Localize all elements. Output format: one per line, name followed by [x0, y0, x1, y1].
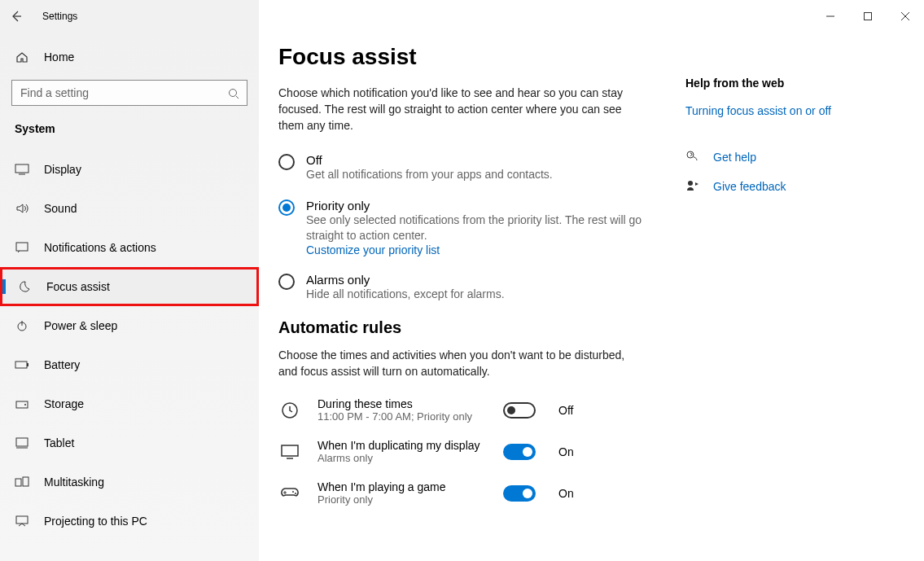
storage-icon: [15, 397, 29, 411]
sidebar-item-focus-assist[interactable]: Focus assist: [0, 267, 259, 306]
radio-sub: Get all notifications from your apps and…: [306, 167, 553, 182]
window-title: Settings: [42, 11, 77, 22]
radio-label: Priority only: [306, 199, 653, 213]
sidebar-section-label: System: [0, 114, 259, 150]
close-button[interactable]: [887, 0, 924, 33]
radio-label: Alarms only: [306, 273, 505, 287]
sidebar-item-label: Focus assist: [46, 280, 110, 293]
toggle-state: On: [558, 487, 574, 500]
help-pane: Help from the web Turning focus assist o…: [685, 44, 889, 561]
radio-icon: [278, 274, 295, 290]
rule-sub: Priority only: [317, 493, 487, 506]
svg-rect-2: [15, 164, 28, 173]
sidebar-item-label: Notifications & actions: [44, 241, 156, 254]
rule-title: When I'm duplicating my display: [317, 439, 487, 452]
monitor-icon: [278, 444, 301, 460]
svg-rect-11: [23, 477, 28, 486]
sidebar-item-label: Multitasking: [44, 476, 104, 489]
display-icon: [15, 162, 29, 177]
search-icon: [226, 86, 241, 101]
help-heading: Help from the web: [685, 77, 889, 90]
rule-sub: 11:00 PM - 7:00 AM; Priority only: [317, 410, 487, 423]
rule-toggle[interactable]: [503, 485, 536, 502]
sidebar-item-label: Power & sleep: [44, 319, 117, 332]
svg-rect-6: [27, 363, 28, 366]
content-pane: Focus assist Choose which notification y…: [278, 44, 685, 561]
tablet-icon: [15, 436, 29, 450]
search-input[interactable]: [11, 80, 247, 106]
back-button[interactable]: [0, 0, 33, 33]
get-help-icon: [685, 150, 700, 164]
radio-sub: See only selected notifications from the…: [306, 213, 653, 243]
sidebar-item-label: Projecting to this PC: [44, 515, 147, 528]
battery-icon: [15, 357, 29, 372]
svg-rect-0: [865, 13, 872, 20]
sidebar-item-notifications[interactable]: Notifications & actions: [0, 228, 259, 267]
power-icon: [15, 318, 29, 333]
clock-icon: [278, 401, 301, 420]
rule-title: When I'm playing a game: [317, 480, 487, 493]
svg-rect-14: [282, 445, 298, 456]
toggle-state: On: [558, 445, 574, 458]
home-icon: [15, 50, 29, 64]
radio-label: Off: [306, 153, 553, 167]
sidebar-item-tablet[interactable]: Tablet: [0, 423, 259, 462]
rule-toggle[interactable]: [503, 402, 536, 419]
svg-point-15: [292, 491, 294, 493]
page-title: Focus assist: [278, 44, 669, 70]
sidebar-item-power[interactable]: Power & sleep: [0, 306, 259, 345]
titlebar: Settings: [0, 0, 924, 33]
radio-off[interactable]: Off Get all notifications from your apps…: [278, 153, 653, 182]
svg-point-1: [230, 90, 237, 97]
automatic-rules-heading: Automatic rules: [278, 318, 669, 337]
sidebar-item-label: Storage: [44, 397, 84, 410]
svg-rect-9: [16, 438, 28, 446]
radio-priority-only[interactable]: Priority only See only selected notifica…: [278, 199, 653, 256]
radio-alarms-only[interactable]: Alarms only Hide all notifications, exce…: [278, 273, 653, 302]
sidebar-item-label: Tablet: [44, 436, 74, 449]
moon-icon: [17, 279, 32, 294]
sidebar-item-label: Battery: [44, 358, 80, 371]
svg-rect-12: [16, 516, 28, 524]
page-description: Choose which notification you'd like to …: [278, 85, 637, 134]
maximize-button[interactable]: [849, 0, 887, 33]
give-feedback-link[interactable]: Give feedback: [713, 180, 786, 193]
automatic-rules-desc: Choose the times and activities when you…: [278, 347, 637, 379]
gamepad-icon: [278, 486, 301, 501]
minimize-button[interactable]: [812, 0, 849, 33]
toggle-state: Off: [558, 404, 573, 417]
help-web-link[interactable]: Turning focus assist on or off: [685, 104, 889, 117]
sidebar-item-multitasking[interactable]: Multitasking: [0, 462, 259, 502]
rule-sub: Alarms only: [317, 452, 487, 464]
projecting-icon: [15, 514, 29, 528]
sidebar-item-display[interactable]: Display: [0, 150, 259, 189]
sidebar-item-label: Display: [44, 163, 81, 176]
rule-playing-game[interactable]: When I'm playing a game Priority only On: [278, 480, 669, 506]
get-help-link[interactable]: Get help: [713, 151, 756, 164]
sidebar-item-label: Sound: [44, 202, 77, 215]
sidebar-item-sound[interactable]: Sound: [0, 189, 259, 228]
svg-point-8: [24, 404, 26, 405]
sidebar: Home System Display Sound Notifications …: [0, 33, 259, 561]
sound-icon: [15, 201, 29, 216]
svg-point-17: [687, 151, 694, 158]
customize-priority-link[interactable]: Customize your priority list: [306, 243, 653, 256]
feedback-icon: [685, 179, 700, 194]
rule-during-times[interactable]: During these times 11:00 PM - 7:00 AM; P…: [278, 397, 669, 423]
notifications-icon: [15, 240, 29, 255]
radio-icon: [278, 154, 295, 170]
rule-title: During these times: [317, 397, 487, 410]
sidebar-item-battery[interactable]: Battery: [0, 345, 259, 384]
sidebar-home[interactable]: Home: [0, 41, 259, 73]
svg-point-18: [688, 181, 693, 186]
multitasking-icon: [15, 475, 29, 489]
svg-rect-3: [16, 243, 28, 251]
radio-sub: Hide all notifications, except for alarm…: [306, 287, 505, 302]
rule-duplicate-display[interactable]: When I'm duplicating my display Alarms o…: [278, 439, 669, 464]
svg-rect-5: [15, 362, 27, 368]
svg-rect-10: [15, 479, 21, 486]
sidebar-item-projecting[interactable]: Projecting to this PC: [0, 502, 259, 541]
sidebar-item-storage[interactable]: Storage: [0, 384, 259, 423]
rule-toggle[interactable]: [503, 444, 536, 460]
sidebar-home-label: Home: [44, 50, 74, 64]
